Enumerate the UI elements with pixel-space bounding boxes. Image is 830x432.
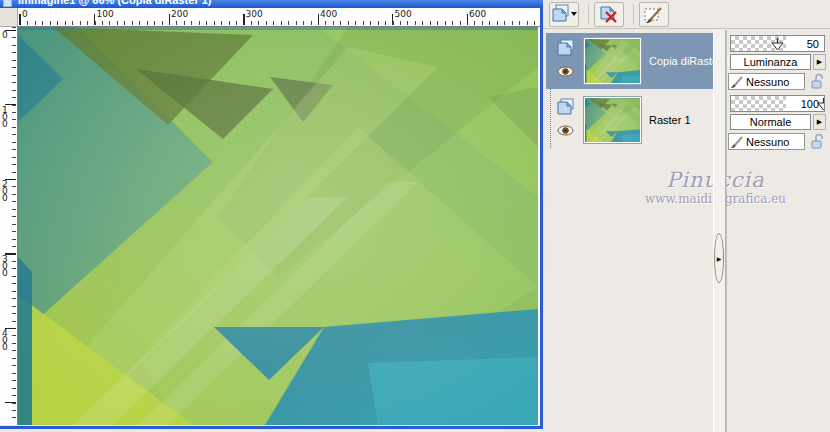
h-ruler-label: 400 [320, 9, 337, 19]
image-canvas[interactable] [18, 27, 538, 425]
image-window: Immagine1 @ 66% (Copia diRaster 1) 01002… [0, 0, 545, 432]
v-ruler-label: 0 [2, 32, 8, 39]
opacity-value: 50 [807, 38, 819, 50]
visibility-eye-icon[interactable] [557, 66, 574, 77]
blend-mode-select[interactable]: Luminanza [730, 54, 811, 70]
h-ruler-label: 100 [97, 9, 114, 19]
palette-divider [543, 28, 830, 29]
unlock-icon[interactable] [809, 132, 826, 150]
v-ruler-major-ticks [5, 27, 16, 425]
layers-list: Copia diRaster 1 Raster 1 [546, 30, 714, 432]
blend-mode-arrow-button[interactable]: ▶ [813, 114, 826, 130]
window-title: Immagine1 @ 66% (Copia diRaster 1) [18, 0, 212, 6]
ruler-corner [0, 8, 18, 27]
layer-controls-panel: 50 Luminanza ▶ Nessuno [726, 30, 830, 432]
link-set-button[interactable]: Nessuno [728, 133, 805, 150]
h-ruler-label: 200 [171, 9, 188, 19]
blend-mode-select[interactable]: Normale [730, 114, 811, 130]
new-layer-button[interactable] [549, 2, 579, 27]
link-set-button[interactable]: Nessuno [728, 73, 805, 90]
delete-layer-button[interactable] [594, 2, 624, 27]
layer-type-icon [556, 39, 576, 57]
layer-type-icon [556, 98, 576, 116]
layer-row-raster-1[interactable]: Raster 1 [554, 92, 712, 148]
blend-mode-arrow-button[interactable]: ▶ [813, 54, 826, 70]
v-ruler-label: 3 0 0 [2, 256, 8, 277]
brush-icon [730, 135, 744, 149]
delete-layer-icon [597, 4, 621, 24]
h-ruler-label: 500 [395, 9, 412, 19]
opacity-track [731, 96, 786, 111]
palette-splitter[interactable]: ▶ [713, 30, 726, 432]
splitter-arrow-icon: ▶ [717, 255, 722, 262]
layer-thumbnail [584, 97, 641, 143]
toolbar-separator [633, 4, 634, 24]
link-set-label: Nessuno [746, 76, 789, 88]
opacity-slider[interactable]: 50 [730, 35, 825, 52]
layer-name: Raster 1 [649, 92, 691, 148]
v-ruler-label: 4 0 0 [2, 330, 8, 351]
link-set-label: Nessuno [746, 136, 789, 148]
horizontal-ruler: 0100200300400500600 [18, 8, 540, 27]
h-ruler-label: 300 [246, 9, 263, 19]
window-icon [3, 0, 12, 7]
controls-copia-di-raster-1: 50 Luminanza ▶ Nessuno [727, 33, 830, 89]
brush-icon [730, 75, 744, 89]
vertical-ruler: 01 0 02 0 03 0 04 0 0 [0, 27, 18, 425]
h-ruler-label: 0 [22, 9, 28, 19]
splitter-handle[interactable]: ▶ [714, 233, 724, 283]
v-ruler-label: 2 0 0 [2, 181, 8, 202]
window-border-bottom [0, 426, 543, 429]
visibility-eye-icon[interactable] [557, 125, 574, 136]
layers-toolbar [549, 0, 673, 28]
unlock-icon[interactable] [809, 72, 826, 90]
controls-raster-1: 100 Normale ▶ Nessuno [727, 93, 830, 149]
edit-selection-button[interactable] [639, 2, 669, 27]
edit-selection-icon [642, 4, 666, 24]
opacity-slider-handle[interactable] [771, 37, 784, 51]
layer-thumbnail [584, 38, 641, 84]
layer-row-copia-di-raster-1[interactable]: Copia diRaster 1 [546, 33, 714, 89]
layers-palette: Copia diRaster 1 Raster 1 ▶ [543, 0, 830, 432]
opacity-value: 100 [801, 98, 819, 110]
image-window-titlebar[interactable]: Immagine1 @ 66% (Copia diRaster 1) [0, 0, 545, 8]
toolbar-separator [588, 4, 589, 24]
h-ruler-label: 600 [469, 9, 486, 19]
new-layer-icon [550, 4, 578, 24]
opacity-slider[interactable]: 100 [730, 95, 825, 112]
v-ruler-label: 1 0 0 [2, 107, 8, 128]
